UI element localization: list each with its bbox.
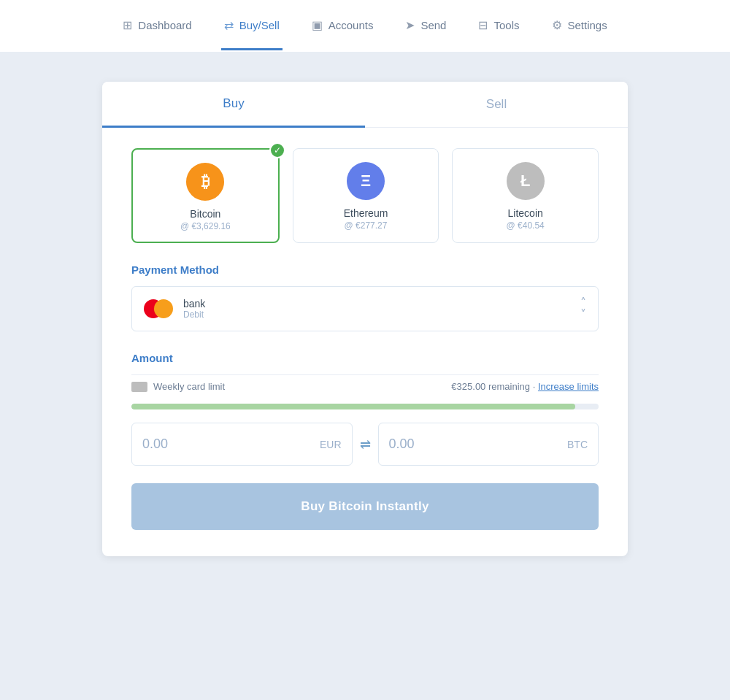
amount-section-label: Amount [131,352,599,364]
eur-currency: EUR [320,439,342,450]
payment-method-selector[interactable]: bank Debit ˄ ˅ [131,286,599,331]
main-card: Buy Sell ✓ ₿ Bitcoin @ €3,629.16 Ξ Ether… [102,82,628,556]
swap-icon[interactable]: ⇌ [360,436,371,453]
nav-item-accounts[interactable]: ▣ Accounts [309,2,377,50]
tab-sell[interactable]: Sell [365,82,628,127]
crypto-card-btc[interactable]: ✓ ₿ Bitcoin @ €3,629.16 [131,148,280,243]
nav-label-dashboard: Dashboard [138,19,191,31]
accounts-icon: ▣ [312,18,323,32]
buy-button[interactable]: Buy Bitcoin Instantly [131,483,599,530]
progress-bar-fill [131,404,575,409]
nav-label-send: Send [420,19,446,31]
amount-inputs: 0.00 EUR ⇌ 0.00 BTC [131,423,599,466]
btc-currency: BTC [567,439,588,450]
limit-right: €325.00 remaining · Increase limits [451,381,599,392]
send-icon: ➤ [405,18,415,32]
eth-name: Ethereum [304,207,429,219]
btc-price: @ €3,629.16 [143,221,268,231]
nav-item-tools[interactable]: ⊟ Tools [475,2,522,50]
payment-left: bank Debit [144,298,205,320]
payment-type: Debit [183,309,205,320]
amount-section: Amount Weekly card limit €325.00 remaini… [131,352,599,530]
ltc-price: @ €40.54 [463,220,588,231]
amount-limit-row: Weekly card limit €325.00 remaining · In… [131,374,599,398]
page-content: Buy Sell ✓ ₿ Bitcoin @ €3,629.16 Ξ Ether… [0,53,730,585]
btc-icon: ₿ [186,163,224,201]
eur-input-box[interactable]: 0.00 EUR [131,423,353,466]
chevron-updown-icon: ˄ ˅ [580,297,586,320]
selected-check-badge: ✓ [269,142,285,158]
card-small-icon [131,382,147,392]
eth-icon: Ξ [347,162,385,200]
btc-value: 0.00 [389,436,415,452]
navbar: ⊞ Dashboard ⇄ Buy/Sell ▣ Accounts ➤ Send… [0,0,730,53]
card-body: ✓ ₿ Bitcoin @ €3,629.16 Ξ Ethereum @ €27… [102,128,628,556]
nav-item-dashboard[interactable]: ⊞ Dashboard [120,2,194,50]
payment-name: bank [183,298,205,309]
tab-buy[interactable]: Buy [102,82,365,128]
crypto-card-eth[interactable]: Ξ Ethereum @ €277.27 [293,148,439,243]
dot-separator: · [533,381,536,392]
nav-item-settings[interactable]: ⚙ Settings [549,2,610,50]
nav-label-accounts: Accounts [328,19,374,31]
eur-value: 0.00 [142,436,168,452]
nav-label-tools: Tools [493,19,519,31]
increase-limits-link[interactable]: Increase limits [538,381,599,392]
settings-icon: ⚙ [552,18,562,32]
ltc-name: Litecoin [463,207,588,219]
nav-label-settings: Settings [568,19,607,31]
tab-row: Buy Sell [102,82,628,128]
nav-item-buysell[interactable]: ⇄ Buy/Sell [221,2,283,50]
btc-name: Bitcoin [143,208,268,220]
crypto-row: ✓ ₿ Bitcoin @ €3,629.16 Ξ Ethereum @ €27… [131,148,599,243]
remaining-text: €325.00 remaining [451,381,530,392]
tools-icon: ⊟ [478,18,488,32]
limit-label: Weekly card limit [153,381,225,392]
ltc-icon: Ł [507,162,545,200]
crypto-card-ltc[interactable]: Ł Litecoin @ €40.54 [452,148,599,243]
mastercard-icon [144,299,173,318]
eth-price: @ €277.27 [304,220,429,231]
payment-text: bank Debit [183,298,205,320]
dashboard-icon: ⊞ [123,18,132,32]
btc-input-box[interactable]: 0.00 BTC [378,423,599,466]
nav-label-buysell: Buy/Sell [239,19,280,31]
progress-bar-wrap [131,404,599,409]
limit-left: Weekly card limit [131,381,225,392]
nav-item-send[interactable]: ➤ Send [402,2,449,50]
buysell-icon: ⇄ [224,18,234,32]
payment-section-label: Payment Method [131,264,599,276]
